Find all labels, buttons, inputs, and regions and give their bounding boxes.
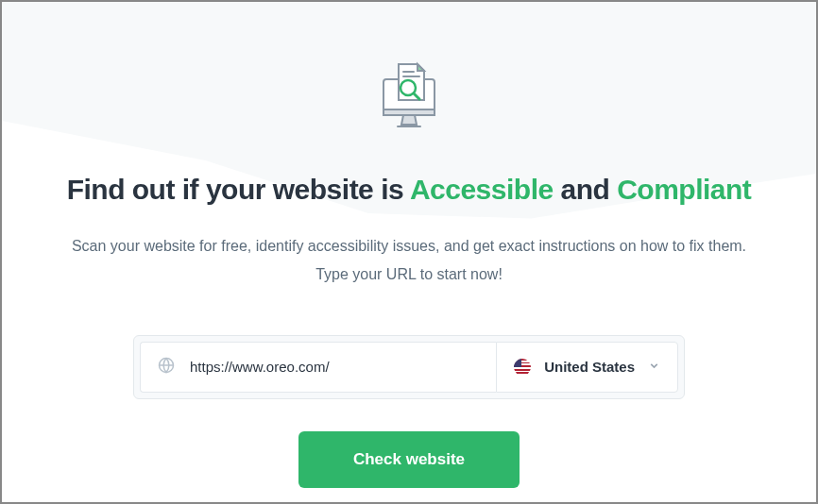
chevron-down-icon [648, 359, 660, 376]
url-field-container [140, 342, 496, 393]
hero-scan-icon [372, 59, 446, 136]
globe-icon [158, 357, 175, 378]
subtitle: Scan your website for free, identify acc… [69, 232, 749, 290]
country-select[interactable]: United States [496, 342, 678, 393]
scan-form: United States [133, 335, 685, 399]
headline-part1: Find out if your website is [67, 174, 410, 205]
headline-accent-compliant: Compliant [617, 174, 751, 205]
us-flag-icon [514, 359, 531, 376]
headline-part2: and [554, 174, 618, 205]
country-label: United States [544, 359, 635, 375]
check-website-button[interactable]: Check website [298, 431, 520, 488]
headline: Find out if your website is Accessible a… [67, 174, 752, 206]
url-input[interactable] [190, 359, 479, 375]
main-content: Find out if your website is Accessible a… [2, 2, 816, 488]
headline-accent-accessible: Accessible [410, 174, 554, 205]
